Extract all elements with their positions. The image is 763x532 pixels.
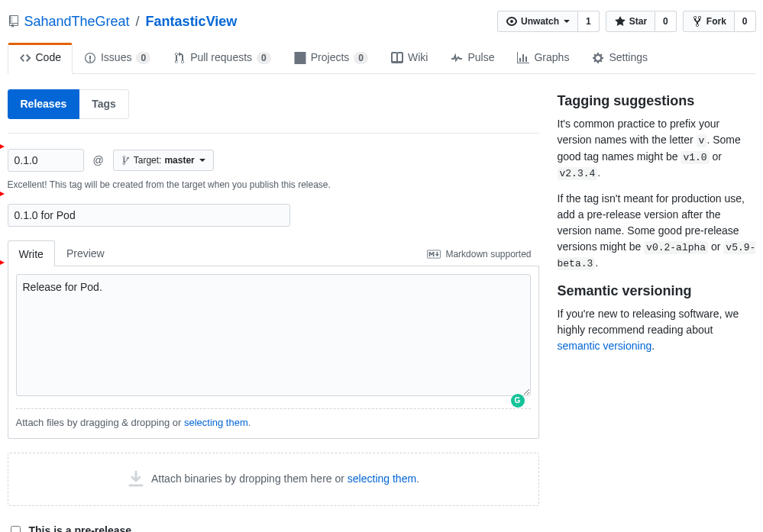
binaries-dropzone[interactable]: Attach binaries by dropping them here or… bbox=[8, 453, 539, 506]
markdown-supported-label[interactable]: Markdown supported bbox=[427, 247, 538, 266]
repo-separator: / bbox=[136, 11, 140, 32]
repo-navigation: Code Issues 0 Pull requests 0 Projects 0… bbox=[8, 43, 756, 74]
tab-graphs-label: Graphs bbox=[534, 50, 569, 66]
book-icon bbox=[391, 52, 403, 64]
tab-pull-requests[interactable]: Pull requests 0 bbox=[162, 43, 283, 73]
subnav-releases[interactable]: Releases bbox=[8, 89, 80, 119]
tab-issues-label: Issues bbox=[101, 50, 131, 66]
code-v1: v1.0 bbox=[681, 151, 709, 164]
grammarly-icon[interactable]: G bbox=[511, 394, 525, 408]
fork-count[interactable]: 0 bbox=[735, 11, 756, 32]
at-sign-label: @ bbox=[93, 153, 104, 169]
tag-version-input[interactable] bbox=[8, 149, 84, 172]
code-v234: v2.3.4 bbox=[558, 167, 598, 180]
repo-actions: Unwatch 1 Star 0 Fork 0 bbox=[497, 11, 755, 32]
eye-icon bbox=[506, 15, 518, 27]
tab-code[interactable]: Code bbox=[8, 43, 73, 74]
tab-code-label: Code bbox=[36, 50, 61, 66]
fork-group: Fork 0 bbox=[683, 11, 756, 32]
binaries-link[interactable]: selecting them bbox=[348, 472, 416, 485]
pulse-icon bbox=[451, 52, 463, 64]
caret-down-icon bbox=[564, 20, 570, 23]
tab-wiki-label: Wiki bbox=[408, 50, 428, 66]
code-alpha: v0.2-alpha bbox=[644, 241, 708, 254]
attach-files-link[interactable]: selecting them bbox=[184, 417, 248, 428]
tab-pulse-label: Pulse bbox=[467, 50, 494, 66]
repo-icon bbox=[8, 15, 20, 27]
issues-count: 0 bbox=[136, 52, 150, 64]
content-body: Releases Tags @ Target: master Excellent… bbox=[8, 74, 756, 532]
attach-files-text: Attach files by dragging & dropping or bbox=[16, 417, 184, 428]
fork-icon bbox=[691, 15, 703, 27]
pulls-count: 0 bbox=[257, 52, 271, 64]
prerelease-row: This is a pre-release bbox=[8, 523, 539, 533]
graph-icon bbox=[517, 52, 529, 64]
tab-wiki[interactable]: Wiki bbox=[380, 43, 439, 73]
star-count[interactable]: 0 bbox=[655, 11, 677, 32]
tab-settings-label: Settings bbox=[609, 50, 648, 66]
description-tabbar: Write Preview Markdown supported bbox=[8, 240, 539, 266]
tagging-suggestions-p1: It's common practice to prefix your vers… bbox=[558, 116, 756, 182]
release-title-input[interactable] bbox=[8, 204, 290, 227]
preview-tab[interactable]: Preview bbox=[55, 240, 116, 266]
tag-hint: Excellent! This tag will be created from… bbox=[8, 178, 539, 192]
star-label: Star bbox=[629, 14, 647, 29]
binaries-text: Attach binaries by dropping them here or bbox=[151, 472, 348, 485]
markdown-icon bbox=[427, 248, 441, 260]
tab-graphs[interactable]: Graphs bbox=[506, 43, 580, 73]
star-group: Star 0 bbox=[606, 11, 677, 32]
attach-files-row[interactable]: Attach files by dragging & dropping or s… bbox=[16, 408, 531, 430]
write-tab[interactable]: Write bbox=[8, 240, 55, 266]
repo-name-link[interactable]: FantasticView bbox=[146, 11, 238, 32]
unwatch-label: Unwatch bbox=[521, 14, 559, 29]
semantic-versioning-link[interactable]: semantic versioning bbox=[558, 340, 652, 352]
release-description-textarea[interactable] bbox=[16, 274, 531, 396]
star-button[interactable]: Star bbox=[606, 11, 655, 32]
annotation-arrow-3 bbox=[0, 257, 5, 268]
sidebar: Tagging suggestions It's common practice… bbox=[558, 89, 756, 532]
repo-header: SahandTheGreat / FantasticView Unwatch 1… bbox=[8, 0, 756, 32]
tagging-suggestions-p2: If the tag isn't meant for production us… bbox=[558, 191, 756, 272]
description-panel: G Attach files by dragging & dropping or… bbox=[8, 266, 539, 439]
tag-row: @ Target: master bbox=[8, 149, 539, 172]
unwatch-count[interactable]: 1 bbox=[578, 11, 600, 32]
code-icon bbox=[19, 52, 31, 64]
project-icon bbox=[294, 52, 306, 64]
target-branch-name: master bbox=[164, 155, 194, 166]
tab-pulse[interactable]: Pulse bbox=[439, 43, 506, 73]
issue-icon bbox=[84, 52, 96, 64]
page-container: SahandTheGreat / FantasticView Unwatch 1… bbox=[8, 0, 756, 532]
semantic-versioning-p: If you're new to releasing software, we … bbox=[558, 306, 756, 354]
star-icon bbox=[614, 15, 626, 27]
download-arrow-icon bbox=[127, 470, 145, 488]
tab-settings[interactable]: Settings bbox=[580, 43, 659, 73]
markdown-supported-text: Markdown supported bbox=[445, 247, 531, 261]
fork-label: Fork bbox=[706, 14, 726, 29]
annotation-arrow-2 bbox=[0, 189, 5, 199]
git-pull-request-icon bbox=[173, 52, 186, 64]
separator bbox=[8, 133, 539, 134]
target-label: Target: bbox=[134, 155, 162, 166]
prerelease-label[interactable]: This is a pre-release bbox=[29, 523, 132, 533]
tagging-suggestions-heading: Tagging suggestions bbox=[558, 91, 756, 111]
tab-projects[interactable]: Projects 0 bbox=[283, 43, 380, 73]
gear-icon bbox=[592, 52, 604, 64]
git-branch-icon bbox=[121, 155, 131, 166]
prerelease-checkbox[interactable] bbox=[11, 525, 21, 533]
code-v: v bbox=[697, 134, 707, 147]
unwatch-group: Unwatch 1 bbox=[497, 11, 600, 32]
repo-title: SahandTheGreat / FantasticView bbox=[8, 11, 238, 32]
main-column: Releases Tags @ Target: master Excellent… bbox=[8, 89, 558, 532]
annotation-arrow-1 bbox=[0, 141, 5, 152]
tab-pulls-label: Pull requests bbox=[190, 50, 252, 66]
caret-down-icon bbox=[199, 159, 205, 162]
unwatch-button[interactable]: Unwatch bbox=[497, 11, 578, 32]
repo-owner-link[interactable]: SahandTheGreat bbox=[24, 11, 130, 32]
target-branch-button[interactable]: Target: master bbox=[113, 150, 214, 171]
fork-button[interactable]: Fork bbox=[683, 11, 735, 32]
tab-issues[interactable]: Issues 0 bbox=[73, 43, 162, 73]
tab-projects-label: Projects bbox=[311, 50, 350, 66]
projects-count: 0 bbox=[354, 52, 368, 64]
subnav-tags[interactable]: Tags bbox=[79, 89, 129, 119]
subnav: Releases Tags bbox=[8, 89, 539, 119]
